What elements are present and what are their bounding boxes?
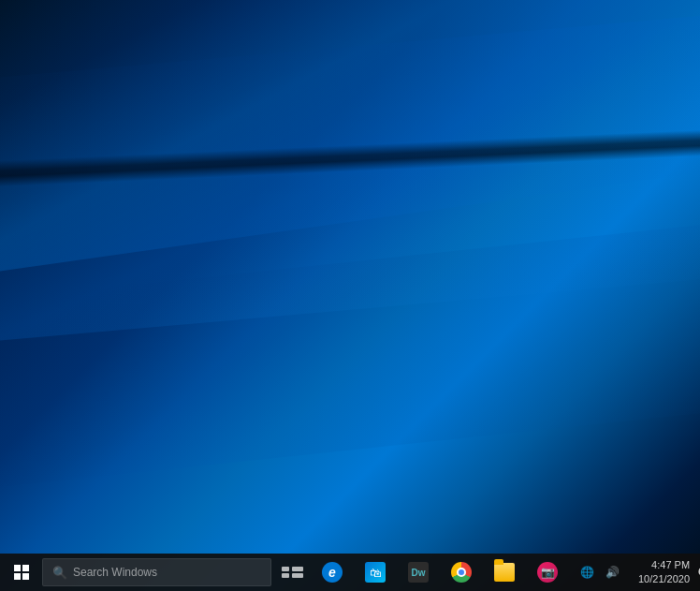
clock-time: 4:47 PM	[638, 558, 690, 572]
store-icon: 🛍	[365, 562, 386, 583]
chrome-icon	[451, 562, 472, 583]
edge-icon: e	[322, 562, 343, 583]
dreamweaver-icon: Dw	[408, 562, 429, 583]
system-clock[interactable]: 4:47 PM 10/21/2020	[631, 558, 697, 587]
camera-icon: 📷	[537, 562, 558, 583]
taskbar: 🔍 Search Windows e	[0, 554, 700, 591]
files-icon	[494, 563, 515, 582]
clock-date: 10/21/2020	[638, 572, 690, 586]
task-view-button[interactable]	[273, 554, 311, 591]
tray-volume-icon[interactable]: 🔊	[602, 564, 623, 581]
task-view-icon	[282, 567, 303, 578]
start-button[interactable]	[0, 554, 42, 591]
edge-app-button[interactable]: e	[311, 554, 354, 591]
search-icon: 🔍	[52, 566, 67, 580]
screenshot-tool-button[interactable]: 📷	[526, 554, 569, 591]
tray-network-icon[interactable]: 🌐	[576, 564, 598, 581]
file-explorer-button[interactable]	[483, 554, 526, 591]
desktop: 🔍 Search Windows e	[0, 0, 700, 591]
dreamweaver-app-button[interactable]: Dw	[397, 554, 440, 591]
search-placeholder-text: Search Windows	[73, 566, 157, 579]
windows-logo-icon	[14, 565, 29, 580]
pinned-apps: e 🛍 Dw 📷	[311, 554, 569, 591]
store-app-button[interactable]: 🛍	[354, 554, 397, 591]
chrome-app-button[interactable]	[440, 554, 483, 591]
system-tray: 🌐 🔊	[569, 554, 631, 591]
search-box[interactable]: 🔍 Search Windows	[42, 558, 271, 586]
